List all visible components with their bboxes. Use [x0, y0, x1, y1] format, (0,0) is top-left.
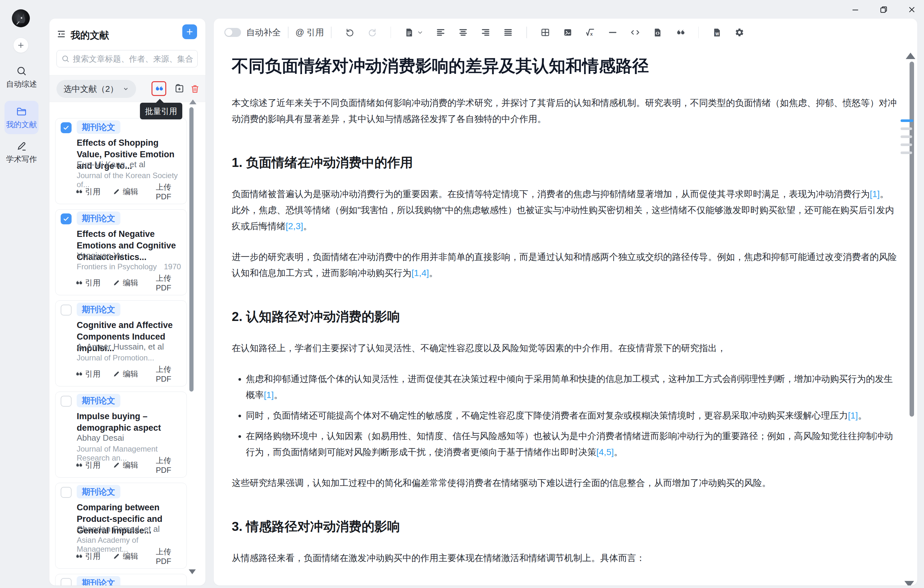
minimize-button[interactable]	[849, 3, 862, 16]
citation-link[interactable]: [1]	[264, 390, 274, 400]
library-header: 我的文献	[50, 19, 205, 50]
card-checkbox[interactable]	[61, 305, 72, 315]
autocomplete-label: 自动补全	[246, 26, 281, 38]
literature-card[interactable]: 期刊论文Comparing between Product-specific a…	[55, 483, 187, 569]
settings-gear-icon[interactable]	[735, 26, 744, 38]
align-center-icon[interactable]	[458, 26, 468, 38]
card-actions: 引用编辑上传PDF	[75, 456, 178, 475]
undo-icon[interactable]	[345, 26, 355, 38]
quote-small-icon	[75, 279, 82, 287]
editor-scroll-down-arrow[interactable]	[904, 581, 914, 585]
literature-card[interactable]: 期刊论文Impulse buying – demographic aspectA…	[55, 391, 187, 477]
document-template-icon[interactable]	[404, 26, 414, 38]
citation-link[interactable]: [1,4]	[411, 268, 429, 278]
window-controls	[849, 3, 918, 16]
section-heading: 3. 情感路径对冲动消费的影响	[232, 518, 897, 535]
collapse-sidebar-icon[interactable]	[56, 29, 67, 40]
citation-link[interactable]: [2,3]	[285, 221, 303, 231]
edit-button[interactable]: 编辑	[113, 364, 150, 383]
quote-small-icon	[75, 552, 82, 560]
sidebar-item-auto-review[interactable]: 自动综述	[3, 66, 40, 89]
sidebar-item-label: 学术写作	[6, 154, 37, 164]
upload-pdf-button[interactable]: 上传PDF	[150, 364, 178, 383]
upload-pdf-button[interactable]: 上传PDF	[150, 182, 178, 201]
edit-button[interactable]: 编辑	[113, 182, 150, 201]
add-to-folder-button[interactable]	[172, 81, 187, 96]
add-literature-button[interactable]	[182, 25, 197, 39]
outline-marker	[901, 152, 912, 154]
paragraph: 从情感路径来看，负面情绪在激发冲动购买中的作用主要体现在情绪激活和情绪调节机制上…	[232, 550, 897, 566]
search-icon	[16, 66, 27, 76]
cite-button[interactable]: 引用	[75, 456, 113, 475]
close-button[interactable]	[905, 3, 918, 16]
card-actions: 引用编辑上传PDF	[75, 547, 178, 566]
cite-button[interactable]: 引用	[75, 182, 113, 201]
quote-small-icon	[75, 370, 82, 378]
align-left-icon[interactable]	[436, 26, 446, 38]
upload-pdf-button[interactable]: 上传PDF	[150, 273, 178, 292]
chevron-down-icon	[123, 86, 129, 92]
paragraph: 在认知路径上，学者们主要探讨了认知灵活性、不确定性容忍度以及风险知觉等因素的中介…	[232, 340, 897, 356]
editor-panel: 自动补全 @ 引用 xW 不同负面情绪对冲动消费影响的差异及其认知和情感路径本文…	[214, 19, 917, 585]
horizontal-rule-icon[interactable]	[608, 26, 617, 38]
literature-card[interactable]: 期刊论文Effects of Negative Emotions and Cog…	[55, 209, 187, 295]
batch-cite-button[interactable]	[152, 81, 166, 96]
user-avatar[interactable]	[12, 9, 30, 27]
paper-year: 1970	[164, 262, 181, 271]
citation-link[interactable]: [4,5]	[596, 447, 614, 457]
cite-button[interactable]: 引用	[75, 364, 113, 383]
document-content[interactable]: 不同负面情绪对冲动消费影响的差异及其认知和情感路径本文综述了近年来关于不同负面情…	[232, 46, 897, 581]
upload-pdf-button[interactable]: 上传PDF	[150, 456, 178, 475]
editor-toolbar: 自动补全 @ 引用 xW	[214, 19, 917, 46]
editor-scroll-up-arrow[interactable]	[906, 53, 915, 59]
edit-button[interactable]: 编辑	[113, 456, 150, 475]
edit-button[interactable]: 编辑	[113, 273, 150, 292]
paper-authors: Yongjuan Yu	[77, 251, 123, 261]
sidebar-item-my-library[interactable]: 我的文献	[5, 101, 38, 134]
formula-icon[interactable]: x	[586, 26, 595, 38]
align-right-icon[interactable]	[481, 26, 490, 38]
literature-card[interactable]: 期刊论文	[55, 574, 187, 585]
edit-pencil-icon	[113, 552, 120, 560]
sidebar-item-academic-writing[interactable]: 学术写作	[3, 140, 40, 164]
search-input[interactable]	[73, 54, 193, 64]
card-checkbox[interactable]	[61, 578, 72, 585]
delete-button[interactable]	[187, 81, 202, 96]
export-word-icon[interactable]: W	[712, 26, 722, 38]
literature-card[interactable]: 期刊论文Effects of Shopping Value, Positive …	[55, 118, 187, 204]
card-checkbox[interactable]	[61, 487, 72, 498]
list-scroll-down-arrow[interactable]	[189, 569, 196, 574]
card-checkbox[interactable]	[61, 396, 72, 407]
upload-pdf-button[interactable]: 上传PDF	[150, 547, 178, 566]
editor-scrollbar-thumb[interactable]	[909, 62, 914, 416]
restore-button[interactable]	[877, 3, 890, 16]
left-rail: 自动综述 我的文献 学术写作	[0, 0, 50, 588]
list-scroll-up-arrow[interactable]	[189, 99, 196, 104]
chevron-down-icon[interactable]	[417, 26, 423, 38]
list-scrollbar-thumb[interactable]	[189, 107, 193, 391]
new-project-button[interactable]	[13, 38, 28, 53]
document-title: 不同负面情绪对冲动消费影响的差异及其认知和情感路径	[232, 55, 897, 76]
image-icon[interactable]	[563, 26, 573, 38]
edit-button[interactable]: 编辑	[113, 547, 150, 566]
bullet-list: 焦虑和抑郁通过降低个体的认知灵活性，进而促使其在决策过程中倾向于采用简单和快捷的…	[236, 371, 897, 460]
paper-type-badge: 期刊论文	[77, 485, 120, 499]
citation-link[interactable]: [1]	[848, 411, 858, 420]
align-justify-icon[interactable]	[503, 26, 513, 38]
selected-literature-dropdown[interactable]: 选中文献（2）	[56, 80, 136, 98]
cite-button[interactable]: 引用	[75, 273, 113, 292]
table-icon[interactable]	[541, 26, 550, 38]
section-heading: 1. 负面情绪在冲动消费中的作用	[232, 154, 897, 171]
redo-icon[interactable]	[368, 26, 377, 38]
autocomplete-toggle[interactable]	[224, 28, 241, 37]
card-checkbox[interactable]	[61, 213, 72, 225]
citation-link[interactable]: [1]	[870, 189, 880, 199]
code-icon[interactable]	[630, 26, 640, 38]
at-cite-button[interactable]: @ 引用	[295, 26, 324, 38]
code-file-icon[interactable]	[653, 26, 662, 38]
cite-button[interactable]: 引用	[75, 547, 113, 566]
literature-card[interactable]: 期刊论文Cognitive and Affective Components I…	[55, 301, 187, 386]
card-actions: 引用编辑上传PDF	[75, 182, 178, 201]
card-checkbox[interactable]	[61, 122, 72, 133]
blockquote-icon[interactable]	[675, 26, 685, 38]
